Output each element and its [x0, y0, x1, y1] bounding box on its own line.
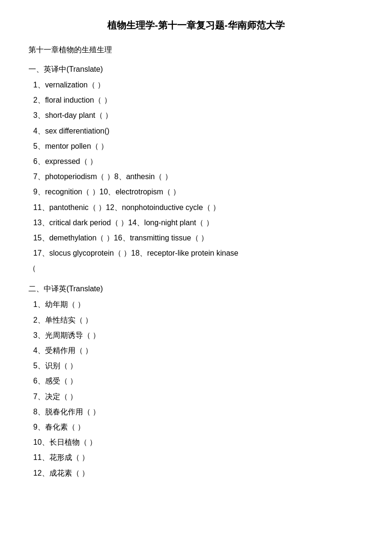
page-title: 植物生理学-第十一章复习题-华南师范大学 — [28, 19, 364, 32]
list-item: 3、short-day plant（ ） — [33, 109, 364, 122]
list-item: 3、光周期诱导（ ） — [33, 329, 364, 342]
list-item: 11、花形成（ ） — [33, 451, 364, 464]
list-item: 7、photoperiodism（ ）8、anthesin（ ） — [33, 170, 364, 183]
section1-title: 一、英译中(Translate) — [28, 65, 364, 75]
list-item: 8、脱春化作用（ ） — [33, 405, 364, 418]
list-item: 5、mentor pollen（ ） — [33, 140, 364, 153]
list-item: 15、demethylation（ ）16、transmitting tissu… — [33, 231, 364, 244]
list-item: 5、识别（ ） — [33, 359, 364, 372]
list-item: 9、春化素（ ） — [33, 421, 364, 433]
list-item: 2、floral induction（ ） — [33, 94, 364, 106]
section2-items: 1、幼年期（ ） 2、单性结实（ ） 3、光周期诱导（ ） 4、受精作用（ ） … — [28, 298, 364, 479]
section2-title: 二、中译英(Translate) — [28, 284, 364, 294]
section1-trailing: （ — [28, 262, 364, 275]
list-item: 1、幼年期（ ） — [33, 298, 364, 311]
list-item: 17、slocus glycoprotein（ ）18、receptor-lik… — [33, 247, 364, 259]
list-item: 13、critical dark period（ ）14、long-night … — [33, 216, 364, 229]
list-item: 7、决定（ ） — [33, 390, 364, 403]
list-item: 6、expressed（ ） — [33, 155, 364, 168]
list-item: 9、recognition（ ）10、electrotropism（ ） — [33, 185, 364, 198]
list-item: 4、sex differentiation() — [33, 124, 364, 137]
list-item: 10、长日植物（ ） — [33, 436, 364, 449]
list-item: 6、感受（ ） — [33, 374, 364, 387]
section1-items: 1、vernalization（ ） 2、floral induction（ ）… — [28, 78, 364, 259]
list-item: 1、vernalization（ ） — [33, 78, 364, 91]
list-item: 4、受精作用（ ） — [33, 344, 364, 357]
chapter-title: 第十一章植物的生殖生理 — [28, 45, 364, 55]
list-item: 2、单性结实（ ） — [33, 314, 364, 326]
list-item: 12、成花素（ ） — [33, 467, 364, 479]
list-item: 11、pantothenic（ ）12、nonphotoinductive cy… — [33, 201, 364, 214]
